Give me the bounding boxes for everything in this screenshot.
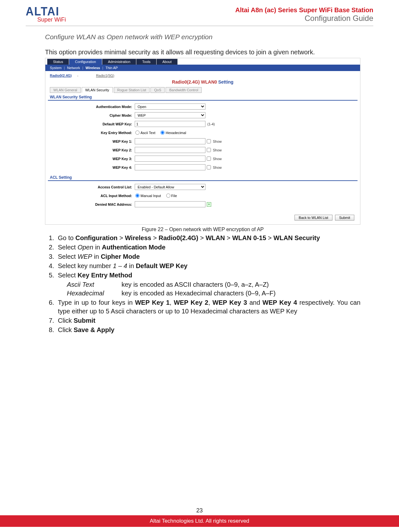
doc-title-red: Altai A8n (ac) Series Super WiFi Base St… [235, 6, 373, 14]
subnav-network[interactable]: Network [67, 66, 80, 70]
wep-key3-input[interactable] [135, 156, 205, 162]
doc-header: ALTAI Super WiFi Altai A8n (ac) Series S… [26, 6, 373, 26]
cipher-mode-label: Cipher Mode: [48, 113, 135, 117]
subtab-bandwidth[interactable]: Bandwidth Control [166, 87, 202, 93]
wep-key4-input[interactable] [135, 164, 205, 170]
acl-file-radio[interactable] [166, 194, 170, 198]
tab-about[interactable]: About [157, 59, 177, 65]
acl-label: Access Control List: [48, 185, 135, 189]
auth-mode-select[interactable]: Open [135, 104, 205, 110]
subtab-security[interactable]: WLAN Security [82, 87, 113, 93]
wep-key1-label: WEP Key 1: [48, 140, 135, 143]
denied-mac-input[interactable] [135, 201, 205, 207]
cipher-mode-select[interactable]: WEP [135, 112, 205, 118]
key-entry-hex-radio[interactable] [160, 131, 165, 135]
tab-tools[interactable]: Tools [136, 59, 156, 65]
page-number: 23 [0, 507, 399, 514]
submit-button[interactable]: Submit [335, 215, 354, 221]
default-wep-key-hint: (1-4) [207, 122, 215, 126]
acl-method-label: ACL Input Method: [48, 194, 135, 198]
wlan-security-form: Authentication Mode: Open Cipher Mode: W… [45, 101, 360, 175]
wep-key1-show-label: Show [213, 140, 222, 143]
doc-title-block: Altai A8n (ac) Series Super WiFi Base St… [235, 6, 373, 23]
screenshot-panel: Status Configuration Administration Tool… [45, 58, 360, 225]
wep-key2-label: WEP Key 2: [48, 148, 135, 152]
default-wep-key-input[interactable] [135, 121, 205, 127]
subnav-wireless[interactable]: Wireless [86, 66, 100, 70]
radio1-link[interactable]: Radio1(5G) [96, 74, 114, 77]
key-entry-ascii-label: Ascii Text [141, 131, 155, 135]
radio0-link[interactable]: Radio0(2.4G) [50, 74, 72, 77]
wep-key3-show-checkbox[interactable] [207, 157, 211, 161]
section-title: Configure WLAN as Open network with WEP … [45, 33, 360, 41]
acl-heading: ACL Setting [48, 175, 358, 181]
subnav-system[interactable]: System [50, 66, 62, 70]
doc-title-gray: Configuration Guide [235, 14, 373, 23]
subtab-rogue[interactable]: Rogue Station List [114, 87, 150, 93]
subnav-thinap[interactable]: Thin AP [105, 66, 118, 70]
step-4: Select key number 1 – 4 in Default WEP K… [56, 262, 360, 270]
key-entry-label: Key Entry Method: [48, 131, 135, 135]
footer-bar: Altai Technologies Ltd. All rights reser… [0, 515, 399, 527]
denied-mac-label: Denied MAC Address: [48, 203, 135, 206]
step-2: Select Open in Authentication Mode [56, 243, 360, 252]
add-mac-icon[interactable]: + [207, 202, 211, 207]
wlan-security-heading: WLAN Security Setting [48, 94, 358, 101]
wep-key2-show-label: Show [213, 148, 222, 152]
key-entry-ascii-radio[interactable] [135, 131, 140, 135]
tab-configuration[interactable]: Configuration [69, 59, 102, 65]
subtabs: WLAN General WLAN Security Rogue Station… [45, 87, 360, 93]
acl-manual-label: Manual Input [141, 194, 161, 198]
setting-title-red: Radio0(2.4G) WLAN0 [172, 79, 217, 85]
auth-mode-label: Authentication Mode: [48, 105, 135, 109]
steps-list: Go to Configuration > Wireless > Radio0(… [56, 234, 360, 334]
main-tabs: Status Configuration Administration Tool… [45, 58, 360, 65]
tab-administration[interactable]: Administration [102, 59, 136, 65]
subnav: System | Network | Wireless | Thin AP [45, 65, 360, 71]
wep-key2-show-checkbox[interactable] [207, 148, 211, 152]
step-5: Select Key Entry Method Ascii Textkey is… [56, 271, 360, 298]
wep-key3-label: WEP Key 3: [48, 157, 135, 161]
logo-text: ALTAI [26, 6, 66, 17]
step-6: Type in up to four keys in WEP Key 1, WE… [56, 298, 360, 316]
wep-key3-show-label: Show [213, 157, 222, 161]
step-3: Select WEP in Cipher Mode [56, 252, 360, 261]
section-intro: This option provides minimal security as… [45, 48, 360, 57]
logo: ALTAI Super WiFi [26, 6, 66, 23]
wep-key4-show-checkbox[interactable] [207, 165, 211, 169]
wep-key2-input[interactable] [135, 147, 205, 153]
wep-key4-show-label: Show [213, 166, 222, 169]
subtab-general[interactable]: WLAN General [50, 87, 81, 93]
radio-row: Radio0(2.4G) - Radio1(5G) [45, 71, 360, 79]
wep-key1-show-checkbox[interactable] [207, 139, 211, 143]
step-7: Click Submit [56, 316, 360, 325]
wep-key1-input[interactable] [135, 138, 205, 144]
step-8: Click Save & Apply [56, 326, 360, 334]
key-entry-hex-label: Hexadecimal [166, 131, 186, 135]
figure-caption: Figure 22 – Open network with WEP encryp… [45, 227, 360, 232]
acl-manual-radio[interactable] [135, 194, 140, 198]
button-row: Back to WLAN List Submit [45, 212, 360, 224]
setting-title-blue: Setting [218, 79, 233, 85]
back-button[interactable]: Back to WLAN List [295, 215, 332, 221]
subtab-qos[interactable]: QoS [150, 87, 165, 93]
wep-key4-label: WEP Key 4: [48, 166, 135, 169]
setting-title: Radio0(2.4G) WLAN0 Setting [45, 79, 360, 85]
default-wep-key-label: Default WEP Key: [48, 122, 135, 126]
acl-select[interactable]: Enabled - Default Allow [135, 184, 205, 190]
step-1: Go to Configuration > Wireless > Radio0(… [56, 234, 360, 242]
acl-form: Access Control List: Enabled - Default A… [45, 181, 360, 212]
acl-file-label: File [171, 194, 177, 198]
tab-status[interactable]: Status [47, 59, 69, 65]
